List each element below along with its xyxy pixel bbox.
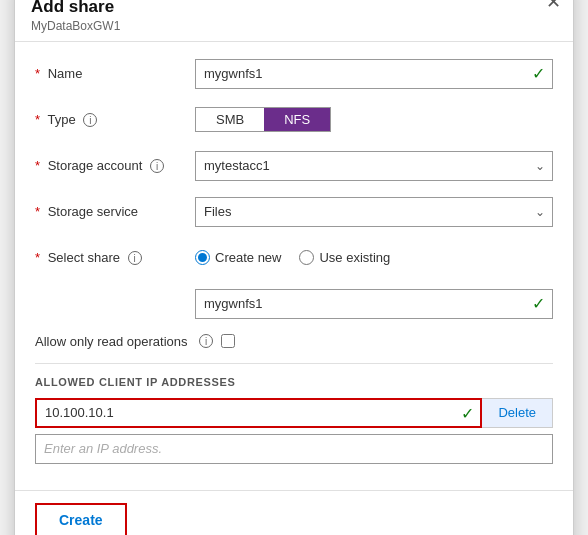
required-star-service: * (35, 204, 40, 219)
share-name-input[interactable] (195, 289, 553, 319)
storage-account-label: * Storage account i (35, 158, 195, 174)
name-check-icon: ✓ (532, 64, 545, 83)
allow-read-info-icon: i (199, 334, 213, 348)
share-name-check-icon: ✓ (532, 294, 545, 313)
type-row: * Type i SMB NFS (35, 104, 553, 136)
storage-service-control: Files ⌄ (195, 197, 553, 227)
allow-read-checkbox[interactable] (221, 334, 235, 348)
use-existing-radio[interactable] (299, 250, 314, 265)
name-row: * Name ✓ (35, 58, 553, 90)
create-button[interactable]: Create (35, 503, 127, 536)
ip-input[interactable] (35, 398, 482, 428)
storage-service-label: * Storage service (35, 204, 195, 219)
storage-service-select[interactable]: Files (195, 197, 553, 227)
name-label: * Name (35, 66, 195, 81)
share-name-row: ✓ (35, 288, 553, 320)
dialog-subtitle: MyDataBoxGW1 (31, 19, 557, 33)
section-divider (35, 363, 553, 364)
storage-account-info-icon: i (150, 159, 164, 173)
allowed-ip-section-label: ALLOWED CLIENT IP ADDRESSES (35, 376, 553, 388)
name-input-wrapper: ✓ (195, 59, 553, 89)
ip-check-icon: ✓ (461, 403, 474, 422)
storage-service-select-wrapper: Files ⌄ (195, 197, 553, 227)
dialog-footer: Create (15, 490, 573, 536)
ip-input-wrapper: ✓ (35, 398, 482, 428)
storage-account-select[interactable]: mytestacc1 (195, 151, 553, 181)
required-star: * (35, 66, 40, 81)
add-share-dialog: Add share MyDataBoxGW1 ✕ * Name ✓ * Type… (14, 0, 574, 535)
required-star-storage: * (35, 158, 40, 173)
required-star-type: * (35, 112, 40, 127)
name-input[interactable] (195, 59, 553, 89)
radio-group: Create new Use existing (195, 250, 553, 265)
select-share-row: * Select share i Create new Use existing (35, 242, 553, 274)
type-control: SMB NFS (195, 107, 553, 132)
type-toggle: SMB NFS (195, 107, 331, 132)
dialog-title: Add share (31, 0, 557, 17)
share-name-control: ✓ (195, 289, 553, 319)
create-new-radio[interactable] (195, 250, 210, 265)
type-smb-button[interactable]: SMB (196, 108, 264, 131)
ip-placeholder-input[interactable] (35, 434, 553, 464)
use-existing-text: Use existing (319, 250, 390, 265)
required-star-share: * (35, 250, 40, 265)
storage-account-control: mytestacc1 ⌄ (195, 151, 553, 181)
storage-account-row: * Storage account i mytestacc1 ⌄ (35, 150, 553, 182)
select-share-info-icon: i (128, 251, 142, 265)
select-share-control: Create new Use existing (195, 250, 553, 265)
allow-read-row: Allow only read operations i (35, 334, 553, 349)
storage-service-row: * Storage service Files ⌄ (35, 196, 553, 228)
create-new-label[interactable]: Create new (195, 250, 281, 265)
type-label: * Type i (35, 112, 195, 128)
dialog-body: * Name ✓ * Type i SMB NFS (15, 42, 573, 482)
dialog-header: Add share MyDataBoxGW1 ✕ (15, 0, 573, 42)
ip-row-new (35, 434, 553, 464)
type-info-icon: i (83, 113, 97, 127)
delete-button[interactable]: Delete (482, 398, 553, 428)
type-nfs-button[interactable]: NFS (264, 108, 330, 131)
ip-row-existing: ✓ Delete (35, 398, 553, 428)
close-button[interactable]: ✕ (546, 0, 561, 11)
storage-account-select-wrapper: mytestacc1 ⌄ (195, 151, 553, 181)
use-existing-label[interactable]: Use existing (299, 250, 390, 265)
share-name-input-wrapper: ✓ (195, 289, 553, 319)
create-new-text: Create new (215, 250, 281, 265)
name-control: ✓ (195, 59, 553, 89)
allow-read-label: Allow only read operations (35, 334, 195, 349)
select-share-label: * Select share i (35, 250, 195, 266)
